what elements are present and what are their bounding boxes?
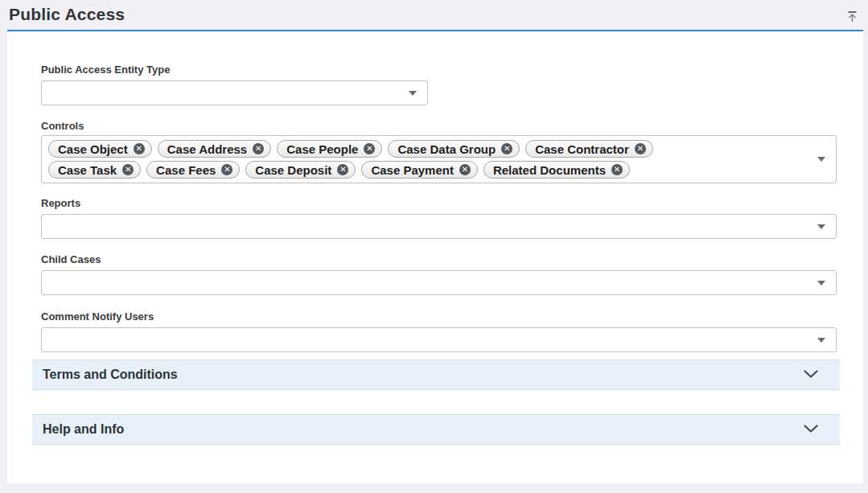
control-tag-label: Case Deposit	[255, 163, 331, 177]
control-tag[interactable]: Case Contractor ✕	[525, 140, 653, 158]
controls-multiselect[interactable]: Case Object ✕ Case Address ✕ Case People…	[41, 135, 837, 183]
page-header: Public Access	[0, 0, 868, 30]
control-tag[interactable]: Case Data Group ✕	[388, 140, 520, 158]
dropdown-caret-icon	[409, 91, 417, 96]
form-area: Public Access Entity Type Controls Case …	[7, 31, 863, 352]
dropdown-caret-icon	[817, 281, 825, 286]
dropdown-caret-icon	[817, 338, 825, 343]
controls-tag-row: Case Task ✕ Case Fees ✕ Case Deposit ✕	[48, 161, 804, 179]
controls-label: Controls	[41, 120, 837, 132]
accordion-terms-and-conditions[interactable]: Terms and Conditions	[32, 359, 840, 390]
control-tag-label: Case People	[286, 142, 358, 156]
control-tag[interactable]: Case Object ✕	[48, 140, 152, 158]
control-tag[interactable]: Related Documents ✕	[483, 161, 630, 179]
control-tag[interactable]: Case Deposit ✕	[245, 161, 356, 179]
remove-tag-icon[interactable]: ✕	[364, 143, 375, 154]
remove-tag-icon[interactable]: ✕	[459, 164, 471, 175]
dropdown-caret-icon	[817, 224, 825, 229]
remove-tag-icon[interactable]: ✕	[611, 164, 623, 175]
control-tag-label: Case Task	[58, 163, 117, 177]
reports-select[interactable]	[41, 214, 837, 239]
remove-tag-icon[interactable]: ✕	[337, 164, 348, 175]
arrow-up-to-line-icon	[845, 14, 859, 26]
control-tag-label: Related Documents	[493, 163, 606, 177]
remove-tag-icon[interactable]: ✕	[122, 164, 134, 175]
comment-notify-users-label: Comment Notify Users	[41, 310, 837, 323]
control-tag-label: Case Payment	[371, 163, 454, 177]
control-tag-label: Case Contractor	[535, 142, 629, 156]
control-tag-label: Case Data Group	[397, 142, 496, 156]
control-tag[interactable]: Case People ✕	[277, 140, 382, 158]
controls-tag-row: Case Object ✕ Case Address ✕ Case People…	[48, 140, 804, 158]
accordion-title: Terms and Conditions	[43, 368, 178, 382]
remove-tag-icon[interactable]: ✕	[253, 143, 264, 154]
chevron-down-icon	[804, 368, 818, 382]
dropdown-caret-icon	[817, 157, 825, 162]
remove-tag-icon[interactable]: ✕	[221, 164, 232, 175]
remove-tag-icon[interactable]: ✕	[501, 143, 512, 154]
control-tag-label: Case Address	[167, 142, 248, 156]
remove-tag-icon[interactable]: ✕	[635, 143, 646, 154]
remove-tag-icon[interactable]: ✕	[134, 143, 145, 154]
accordion-help-and-info[interactable]: Help and Info	[32, 414, 840, 445]
scroll-to-top-button[interactable]	[845, 10, 859, 23]
entity-type-select[interactable]	[41, 80, 428, 105]
child-cases-label: Child Cases	[41, 253, 837, 265]
page-title: Public Access	[9, 5, 125, 24]
control-tag[interactable]: Case Payment ✕	[361, 161, 478, 179]
control-tag[interactable]: Case Fees ✕	[146, 161, 240, 179]
control-tag[interactable]: Case Address ✕	[158, 140, 272, 158]
control-tag-label: Case Object	[58, 142, 128, 156]
entity-type-label: Public Access Entity Type	[41, 64, 837, 76]
comment-notify-users-select[interactable]	[41, 327, 837, 352]
chevron-down-icon	[804, 422, 818, 437]
child-cases-select[interactable]	[41, 270, 837, 295]
control-tag[interactable]: Case Task ✕	[48, 161, 141, 179]
control-tag-label: Case Fees	[156, 163, 216, 177]
accordion-title: Help and Info	[43, 422, 124, 437]
reports-label: Reports	[41, 197, 837, 209]
public-access-panel: Public Access Entity Type Controls Case …	[7, 30, 863, 483]
